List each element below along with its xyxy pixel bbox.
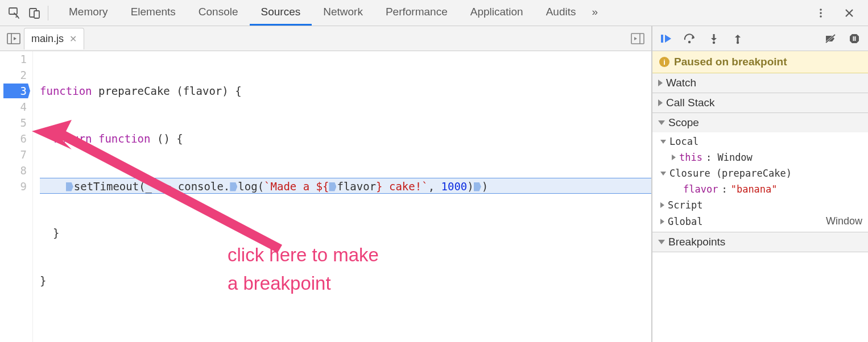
- chevron-right-icon: [660, 219, 664, 224]
- svg-point-14: [737, 41, 739, 43]
- panel-scope: Scope Local this: Window Closure (prepar…: [652, 113, 868, 232]
- deactivate-breakpoints-icon[interactable]: [821, 30, 840, 47]
- chevron-down-icon: [658, 120, 665, 125]
- panel-header-breakpoints[interactable]: Breakpoints: [652, 232, 868, 252]
- tab-application[interactable]: Application: [459, 0, 535, 26]
- debugger-sidebar: i Paused on breakpoint Watch Call Stack …: [652, 26, 868, 342]
- scope-global-value: Window: [826, 215, 862, 227]
- svg-rect-13: [737, 37, 739, 41]
- code-line: return function () {: [40, 131, 651, 147]
- chevron-right-icon: [672, 155, 676, 160]
- panel-label: Watch: [666, 77, 696, 89]
- close-devtools-icon[interactable]: [840, 3, 859, 23]
- chevron-right-icon: [658, 99, 663, 106]
- scope-local[interactable]: Local: [652, 134, 868, 149]
- code-content[interactable]: function prepareCake (flavor) { return f…: [33, 51, 651, 342]
- step-into-icon[interactable]: [705, 30, 723, 47]
- kebab-menu-icon[interactable]: [811, 3, 830, 23]
- toolbar-right: [811, 3, 859, 23]
- file-tabs-row: main.js ✕: [0, 26, 651, 51]
- main-area: main.js ✕ 1 2 3 4 5 6 7 8 9 function pre…: [0, 26, 868, 342]
- annotation-text: click here to make a breakpoint: [228, 241, 379, 298]
- file-tab-label: main.js: [31, 33, 64, 45]
- step-over-icon[interactable]: [681, 30, 699, 47]
- code-line: [40, 320, 651, 336]
- code-line-current: setTimeout(_ => console.log(`Made a ${fl…: [40, 178, 651, 194]
- tab-network[interactable]: Network: [312, 0, 374, 26]
- inspect-element-icon[interactable]: [5, 3, 24, 23]
- panel-header-watch[interactable]: Watch: [652, 73, 868, 93]
- scope-body: Local this: Window Closure (prepareCake)…: [652, 132, 868, 232]
- svg-rect-11: [713, 34, 715, 39]
- paused-message: Paused on breakpoint: [674, 56, 787, 68]
- svg-point-4: [820, 12, 822, 14]
- panel-label: Scope: [668, 116, 699, 129]
- svg-rect-18: [855, 36, 856, 41]
- scope-script[interactable]: Script: [652, 197, 868, 213]
- sources-editor-pane: main.js ✕ 1 2 3 4 5 6 7 8 9 function pre…: [0, 26, 652, 342]
- scope-closure[interactable]: Closure (prepareCake): [652, 165, 868, 181]
- svg-rect-7: [631, 34, 644, 44]
- svg-rect-0: [9, 8, 17, 14]
- tab-elements[interactable]: Elements: [119, 0, 187, 26]
- panel-callstack: Call Stack: [652, 93, 868, 113]
- navigator-toggle-icon[interactable]: [3, 33, 24, 44]
- line-number[interactable]: 8: [0, 162, 27, 178]
- svg-rect-17: [853, 36, 854, 41]
- scope-this[interactable]: this: Window: [652, 149, 868, 165]
- inline-breakpoint-marker[interactable]: [230, 182, 237, 191]
- device-toggle-icon[interactable]: [25, 3, 44, 23]
- resume-icon[interactable]: [657, 30, 675, 47]
- divider: [48, 6, 48, 20]
- svg-point-12: [713, 41, 715, 43]
- svg-rect-2: [34, 11, 39, 18]
- devtools-panel-tabs: Memory Elements Console Sources Network …: [57, 0, 810, 26]
- inline-breakpoint-marker[interactable]: [474, 182, 481, 191]
- line-number[interactable]: 6: [0, 131, 27, 147]
- close-file-tab-icon[interactable]: ✕: [69, 34, 77, 44]
- svg-rect-9: [661, 35, 663, 43]
- tab-console[interactable]: Console: [187, 0, 250, 26]
- code-line: function prepareCake (flavor) {: [40, 83, 651, 99]
- panel-header-callstack[interactable]: Call Stack: [652, 93, 868, 112]
- panel-label: Call Stack: [666, 97, 715, 109]
- line-number-breakpoint[interactable]: 3: [0, 83, 27, 99]
- file-tab-main-js[interactable]: main.js ✕: [24, 28, 84, 49]
- snippets-run-icon[interactable]: [627, 33, 648, 44]
- chevron-down-icon: [660, 172, 666, 176]
- line-number[interactable]: 9: [0, 178, 27, 194]
- chevron-down-icon: [660, 140, 666, 144]
- debugger-toolbar: [652, 26, 868, 51]
- line-number[interactable]: 4: [0, 99, 27, 115]
- info-icon: i: [659, 57, 669, 67]
- chevron-right-icon: [660, 202, 664, 208]
- devtools-toolbar: Memory Elements Console Sources Network …: [0, 0, 868, 26]
- svg-point-3: [820, 9, 822, 11]
- chevron-down-icon: [658, 240, 665, 244]
- line-number[interactable]: 7: [0, 147, 27, 162]
- tab-sources[interactable]: Sources: [250, 0, 312, 26]
- tab-memory[interactable]: Memory: [57, 0, 119, 26]
- chevron-right-icon: [658, 80, 663, 86]
- pause-on-exceptions-icon[interactable]: [845, 30, 863, 47]
- more-tabs-button[interactable]: »: [587, 0, 602, 26]
- panel-breakpoints: Breakpoints: [652, 232, 868, 252]
- code-editor[interactable]: 1 2 3 4 5 6 7 8 9 function prepareCake (…: [0, 51, 651, 342]
- svg-point-5: [820, 15, 822, 18]
- step-out-icon[interactable]: [729, 30, 747, 47]
- line-number[interactable]: 1: [0, 51, 27, 67]
- inline-breakpoint-marker[interactable]: [66, 182, 73, 191]
- panel-watch: Watch: [652, 73, 868, 93]
- tab-audits[interactable]: Audits: [535, 0, 588, 26]
- line-number[interactable]: 2: [0, 67, 27, 83]
- inline-breakpoint-marker[interactable]: [329, 182, 336, 191]
- tab-performance[interactable]: Performance: [374, 0, 459, 26]
- panel-header-scope[interactable]: Scope: [652, 113, 868, 132]
- scope-variable-flavor[interactable]: flavor: "banana": [652, 181, 868, 197]
- code-line: }: [40, 225, 651, 241]
- panel-label: Breakpoints: [668, 236, 725, 248]
- svg-point-10: [688, 40, 691, 43]
- line-number-gutter[interactable]: 1 2 3 4 5 6 7 8 9: [0, 51, 33, 342]
- line-number[interactable]: 5: [0, 115, 27, 131]
- scope-global[interactable]: Global Window: [652, 213, 868, 230]
